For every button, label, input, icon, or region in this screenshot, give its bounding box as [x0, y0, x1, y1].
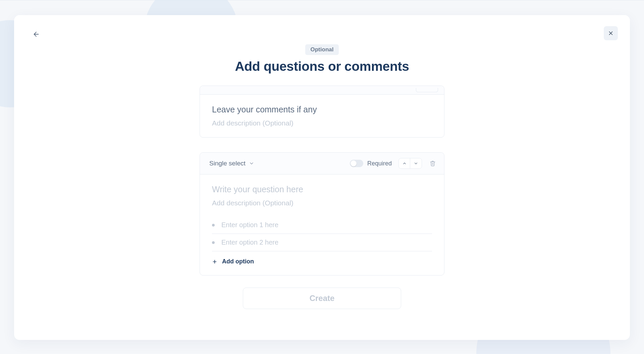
description-input[interactable] [212, 199, 432, 207]
question-input[interactable] [212, 185, 432, 194]
move-down-button[interactable] [410, 158, 422, 168]
option-input[interactable] [221, 221, 432, 229]
add-option-label: Add option [222, 258, 254, 265]
page-title: Add questions or comments [235, 59, 409, 74]
close-icon [608, 30, 614, 36]
required-toggle-wrap: Required [350, 160, 392, 167]
create-button[interactable]: Create [243, 288, 401, 309]
bullet-icon [212, 224, 215, 226]
chevron-down-icon [414, 161, 418, 166]
question-type-label: Single select [209, 160, 246, 167]
modal-header: Optional Add questions or comments [0, 44, 644, 74]
top-border [0, 0, 644, 0]
question-title[interactable]: Leave your comments if any [212, 105, 432, 114]
back-button[interactable] [30, 28, 43, 41]
move-up-button[interactable] [399, 158, 410, 168]
option-input[interactable] [221, 239, 432, 246]
trash-icon [430, 160, 436, 166]
question-card: Leave your comments if any [200, 86, 444, 138]
optional-badge: Optional [305, 44, 339, 55]
delete-button[interactable] [428, 159, 437, 168]
toggle-knob [351, 160, 357, 166]
chevron-up-icon [402, 161, 407, 166]
description-input[interactable] [212, 119, 432, 127]
bullet-icon [212, 241, 215, 244]
options-list: Add option [212, 216, 432, 265]
content-area: Leave your comments if any Single select… [200, 86, 444, 309]
add-option-button[interactable]: Add option [212, 258, 432, 265]
question-type-select[interactable]: Single select [207, 158, 257, 168]
card-toolbar: Single select Required [200, 153, 444, 174]
question-card: Single select Required [200, 152, 444, 275]
reorder-group [398, 158, 422, 169]
arrow-left-icon [33, 31, 40, 38]
card-header-peek [200, 86, 444, 95]
close-button[interactable] [604, 26, 618, 40]
chevron-down-icon [249, 161, 254, 166]
option-row [212, 234, 432, 251]
plus-icon [212, 259, 217, 264]
required-label: Required [367, 160, 392, 167]
option-row [212, 216, 432, 234]
required-toggle[interactable] [350, 160, 363, 167]
